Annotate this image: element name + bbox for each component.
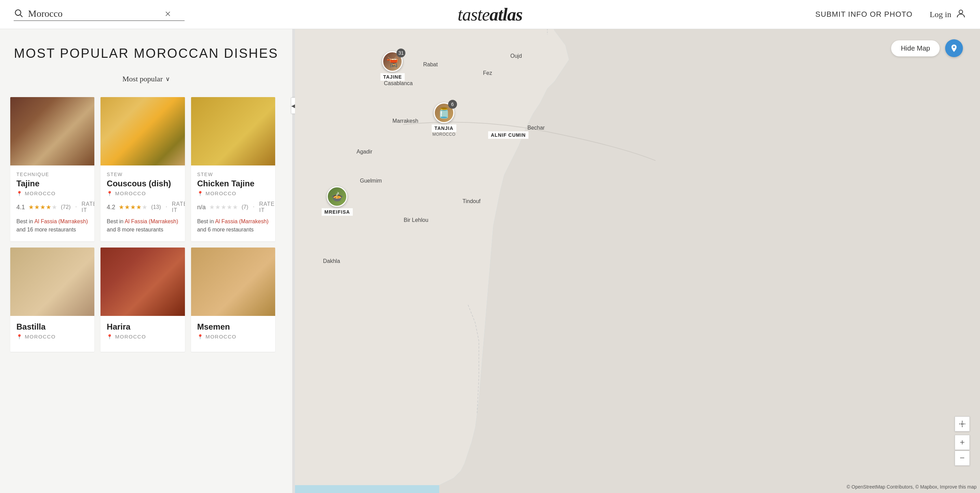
alnif-label: ALNIF CUMIN <box>488 131 528 139</box>
rating-count: (72) <box>61 204 70 210</box>
card-location: 📍 MOROCCO <box>16 191 88 196</box>
restaurant-link[interactable]: Al Fassia <box>34 218 57 224</box>
chevron-down-icon: ∨ <box>165 75 170 83</box>
zoom-in-button[interactable]: + <box>955 435 970 450</box>
city-casablanca: Casablanca <box>384 80 413 86</box>
rate-it-link[interactable]: RATE IT <box>259 201 274 213</box>
map-attribution: © OpenStreetMap Contributors, © Mapbox, … <box>847 484 977 490</box>
card-body: STEW Couscous (dish) 📍 MOROCCO 4.2 ★★★★★… <box>100 165 185 242</box>
restaurant-location: (Marrakesh) <box>239 218 268 224</box>
rating-row: 4.2 ★★★★★ (13) · RATE IT <box>107 201 178 213</box>
best-in-info: Best in Al Fassia (Marrakesh) and 8 more… <box>107 218 178 234</box>
map-svg <box>295 29 980 493</box>
restaurant-location: (Marrakesh) <box>149 218 178 224</box>
card-msemen[interactable]: Msemen 📍 MOROCCO <box>191 248 275 352</box>
card-name: Tajine <box>16 179 88 188</box>
card-chicken-tajine[interactable]: STEW Chicken Tajine 📍 MOROCCO n/a ★★★★★ … <box>191 97 275 242</box>
panel-divider[interactable]: ◀ <box>292 29 295 493</box>
search-area: × <box>14 8 185 21</box>
search-input[interactable] <box>28 8 158 19</box>
city-fez: Fez <box>483 70 492 76</box>
map-panel: Rabat Fez Casablanca Marrakesh Agadir Gu… <box>295 29 980 493</box>
star-icon: ★★★★★ <box>29 204 57 211</box>
card-location: 📍 MOROCCO <box>197 191 269 196</box>
svg-line-1 <box>20 15 22 17</box>
rate-it-link[interactable]: RATE IT <box>172 201 185 213</box>
city-bir-lehlou: Bir Lehlou <box>404 217 428 223</box>
mreifisa-label: MREIFISA <box>321 208 353 216</box>
login-area[interactable]: Log in <box>930 8 966 21</box>
card-body: Msemen 📍 MOROCCO <box>191 316 275 352</box>
cards-grid: TECHNIQUE Tajine 📍 MOROCCO 4.1 ★★★★★ (72… <box>10 97 282 352</box>
tajine-label: TAJINE <box>380 73 405 81</box>
card-tajine[interactable]: TECHNIQUE Tajine 📍 MOROCCO 4.1 ★★★★★ (72… <box>10 97 94 242</box>
card-body: Bastilla 📍 MOROCCO <box>10 316 94 352</box>
card-harira[interactable]: Harira 📍 MOROCCO <box>100 248 185 352</box>
card-location: 📍 MOROCCO <box>107 191 178 196</box>
logo[interactable]: tasteatlas <box>458 5 522 25</box>
card-image <box>10 248 94 316</box>
rating-number: 4.2 <box>107 204 115 211</box>
logo-atlas: atlas <box>490 5 522 24</box>
tajine-marker[interactable]: 🫕 31 TAJINE <box>380 51 405 81</box>
card-name: Couscous (dish) <box>107 179 178 188</box>
best-in-info: Best in Al Fassia (Marrakesh) and 6 more… <box>197 218 269 234</box>
star-icon: ★★★★★ <box>209 204 238 211</box>
pin-icon: 📍 <box>16 191 23 196</box>
header: × tasteatlas SUBMIT INFO OR PHOTO Log in <box>0 0 980 29</box>
card-name: Msemen <box>197 322 269 332</box>
tanjia-sublabel: MOROCCO <box>433 132 456 137</box>
tanjia-label: TANJIA <box>432 124 456 132</box>
city-tindouf: Tindouf <box>463 198 480 204</box>
card-image <box>100 248 185 316</box>
locate-bottom-button[interactable] <box>955 417 970 431</box>
sort-filter-area: Most popular ∨ <box>10 75 282 83</box>
tanjia-badge: 6 <box>448 100 457 109</box>
rate-it-link[interactable]: RATE IT <box>81 201 94 213</box>
sort-dropdown[interactable]: Most popular ∨ <box>123 75 170 83</box>
city-guelmim: Guelmim <box>360 178 382 184</box>
zoom-out-button[interactable]: − <box>955 451 970 466</box>
card-image <box>191 97 275 165</box>
sort-label: Most popular <box>123 75 163 83</box>
city-rabat: Rabat <box>423 62 438 68</box>
user-icon <box>955 8 966 21</box>
svg-point-2 <box>959 10 963 14</box>
tajine-badge: 31 <box>396 49 406 57</box>
page-title: MOST POPULAR MOROCCAN DISHES <box>10 46 282 61</box>
rating-count: (13) <box>151 204 161 210</box>
pin-icon: 📍 <box>197 191 204 196</box>
alnif-cumin-marker[interactable]: ALNIF CUMIN <box>488 130 528 139</box>
submit-info-button[interactable]: SUBMIT INFO OR PHOTO <box>815 10 912 19</box>
search-clear-button[interactable]: × <box>165 8 171 19</box>
restaurant-link[interactable]: Al Fassia <box>125 218 147 224</box>
logo-taste: taste <box>458 5 490 24</box>
main-layout: MOST POPULAR MOROCCAN DISHES Most popula… <box>0 29 980 493</box>
search-icon <box>14 8 23 19</box>
card-name: Chicken Tajine <box>197 179 269 188</box>
mreifisa-marker[interactable]: 🍲 MREIFISA <box>321 186 353 216</box>
rating-number: 4.1 <box>16 204 25 211</box>
locate-button[interactable] <box>945 39 963 57</box>
rating-row: n/a ★★★★★ (7) · RATE IT <box>197 201 269 213</box>
card-category: STEW <box>197 172 269 177</box>
city-agadir: Agadir <box>356 149 372 155</box>
rating-count: (7) <box>242 204 248 210</box>
card-bastilla[interactable]: Bastilla 📍 MOROCCO <box>10 248 94 352</box>
card-name: Bastilla <box>16 322 88 332</box>
card-image <box>100 97 185 165</box>
pin-icon: 📍 <box>107 334 113 339</box>
card-body: Harira 📍 MOROCCO <box>100 316 185 352</box>
rating-row: 4.1 ★★★★★ (72) · RATE IT <box>16 201 88 213</box>
hide-map-button[interactable]: Hide Map <box>891 40 940 56</box>
header-right: SUBMIT INFO OR PHOTO Log in <box>815 8 966 21</box>
pin-icon: 📍 <box>197 334 204 339</box>
zoom-controls: + − <box>955 417 970 466</box>
card-body: TECHNIQUE Tajine 📍 MOROCCO 4.1 ★★★★★ (72… <box>10 165 94 242</box>
tanjia-marker[interactable]: 🫙 6 TANJIA MOROCCO <box>432 103 456 137</box>
restaurant-location: (Marrakesh) <box>59 218 88 224</box>
card-couscous[interactable]: STEW Couscous (dish) 📍 MOROCCO 4.2 ★★★★★… <box>100 97 185 242</box>
restaurant-link[interactable]: Al Fassia <box>215 218 237 224</box>
city-bechar: Bechar <box>527 125 545 131</box>
city-dakhla: Dakhla <box>323 258 340 264</box>
